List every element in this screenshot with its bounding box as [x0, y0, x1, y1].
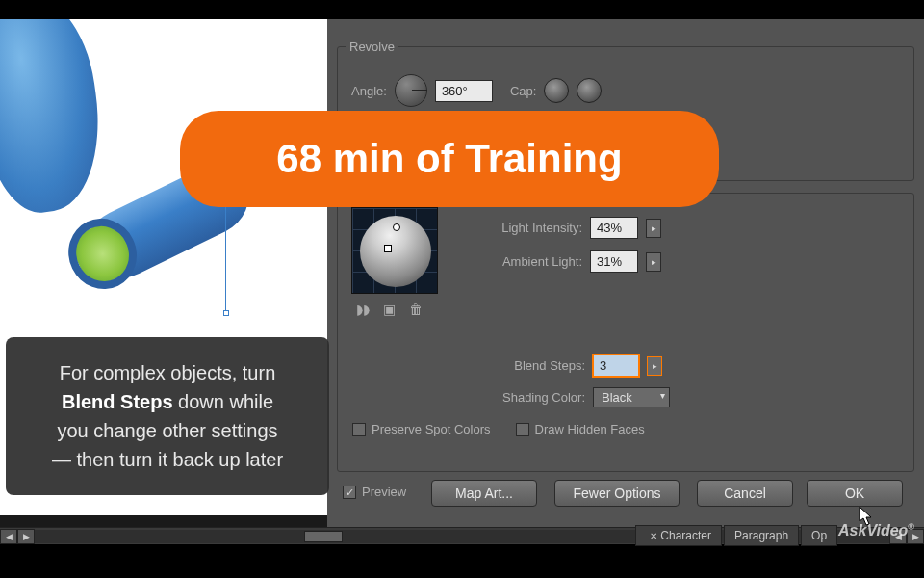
light-intensity-label: Light Intensity:	[476, 221, 582, 235]
draw-hidden-faces-label: Draw Hidden Faces	[535, 422, 645, 436]
tab-paragraph[interactable]: Paragraph	[724, 525, 799, 546]
selection-handle[interactable]	[223, 310, 229, 316]
cap-open-button[interactable]	[544, 78, 569, 103]
angle-field[interactable]	[435, 80, 493, 102]
move-light-back-icon[interactable]: ◗◗	[356, 302, 370, 317]
training-banner: 68 min of Training	[180, 111, 719, 207]
map-art-button[interactable]: Map Art...	[431, 480, 537, 507]
shading-color-label: Shading Color:	[481, 390, 585, 405]
app-stage: Revolve Angle: Cap: ◗◗ ▣ 🗑 Light In	[0, 19, 924, 539]
preserve-spot-colors-checkbox[interactable]	[352, 423, 366, 436]
ok-button[interactable]: OK	[807, 480, 903, 507]
scroll-left-button[interactable]: ◀	[0, 529, 17, 544]
panel-tabs: ✕ Character Paragraph Op	[635, 525, 837, 546]
cancel-button[interactable]: Cancel	[697, 480, 793, 507]
light-controls: ◗◗ ▣ 🗑	[356, 302, 423, 317]
group-title: Revolve	[346, 39, 398, 54]
light-intensity-field[interactable]	[590, 217, 638, 239]
tip-callout: For complex objects, turn Blend Steps do…	[6, 337, 329, 495]
scroll-thumb[interactable]	[304, 531, 343, 542]
preview-checkbox[interactable]	[343, 486, 356, 499]
artwork-blob	[0, 19, 111, 219]
angle-label: Angle:	[351, 84, 387, 98]
shading-color-dropdown[interactable]: Black	[593, 387, 670, 407]
draw-hidden-faces-checkbox[interactable]	[516, 423, 529, 436]
watermark: AskVideo®	[838, 522, 914, 539]
scroll-right-button[interactable]: ▶	[17, 529, 35, 544]
ambient-light-field[interactable]	[590, 250, 638, 273]
revolve-options-dialog: Revolve Angle: Cap: ◗◗ ▣ 🗑 Light In	[327, 19, 924, 539]
fewer-options-button[interactable]: Fewer Options	[554, 480, 680, 507]
tab-opentype[interactable]: Op	[801, 525, 837, 546]
light-intensity-stepper[interactable]: ▸	[646, 219, 661, 238]
cap-closed-button[interactable]	[577, 78, 602, 103]
ambient-light-label: Ambient Light:	[476, 254, 582, 269]
angle-dial[interactable]	[395, 74, 427, 107]
blend-steps-field[interactable]	[593, 355, 639, 377]
mouse-cursor-icon	[859, 506, 874, 527]
light-source-handle[interactable]	[393, 223, 400, 231]
selection-guide	[225, 202, 226, 313]
light-sphere-preview[interactable]	[351, 207, 438, 294]
ambient-light-stepper[interactable]: ▸	[646, 252, 661, 272]
blend-steps-label: Blend Steps:	[499, 358, 585, 373]
new-light-icon[interactable]: ▣	[383, 302, 396, 317]
preview-label: Preview	[362, 485, 406, 499]
preserve-spot-colors-label: Preserve Spot Colors	[372, 422, 491, 436]
cap-label: Cap:	[510, 84, 536, 98]
light-source-handle-selected[interactable]	[384, 245, 392, 252]
tab-character[interactable]: ✕ Character	[635, 525, 722, 546]
blend-steps-stepper[interactable]: ▸	[647, 356, 662, 376]
delete-light-icon[interactable]: 🗑	[409, 302, 423, 317]
